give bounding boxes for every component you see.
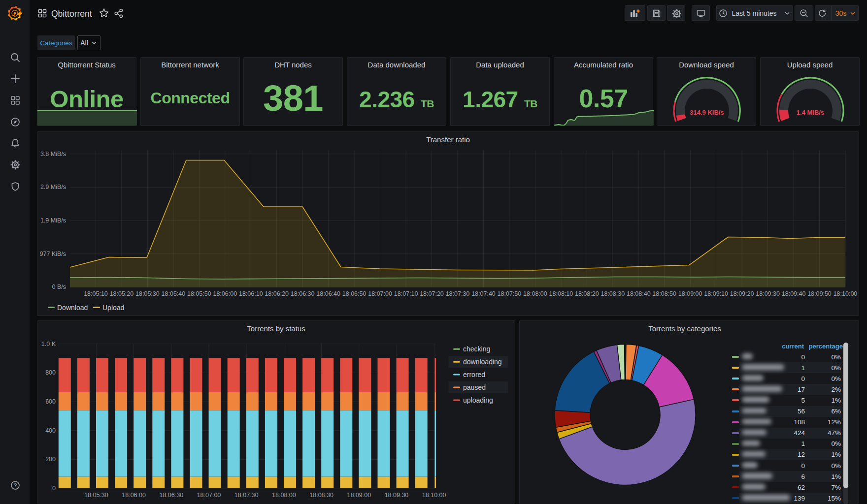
svg-text:2.9 MiB/s: 2.9 MiB/s — [40, 184, 66, 190]
svg-text:18:06:00: 18:06:00 — [122, 492, 146, 499]
svg-text:18:09:40: 18:09:40 — [782, 290, 806, 297]
svg-text:18:05:40: 18:05:40 — [162, 290, 186, 297]
svg-text:18:08:20: 18:08:20 — [575, 290, 599, 297]
svg-text:977 KiB/s: 977 KiB/s — [39, 251, 66, 257]
svg-text:18:07:30: 18:07:30 — [234, 492, 259, 499]
svg-text:18:07:00: 18:07:00 — [368, 290, 392, 297]
svg-text:18:09:10: 18:09:10 — [704, 290, 728, 297]
svg-text:1.4 MiB/s: 1.4 MiB/s — [797, 109, 824, 116]
svg-text:18:06:00: 18:06:00 — [213, 290, 237, 297]
svg-text:400: 400 — [45, 427, 56, 434]
svg-text:18:05:20: 18:05:20 — [110, 290, 134, 297]
svg-text:Upload: Upload — [102, 304, 124, 312]
svg-text:18:05:10: 18:05:10 — [84, 290, 108, 297]
svg-text:18:05:30: 18:05:30 — [84, 492, 108, 499]
svg-text:18:09:30: 18:09:30 — [756, 290, 780, 297]
svg-text:200: 200 — [45, 456, 56, 463]
svg-text:18:10:00: 18:10:00 — [834, 290, 858, 297]
svg-text:18:06:40: 18:06:40 — [316, 290, 340, 297]
svg-text:18:06:30: 18:06:30 — [291, 290, 315, 297]
svg-text:1.0 K: 1.0 K — [41, 341, 56, 347]
svg-text:800: 800 — [45, 369, 56, 376]
svg-text:Download: Download — [57, 304, 88, 312]
svg-text:18:05:50: 18:05:50 — [187, 290, 211, 297]
svg-text:18:08:40: 18:08:40 — [627, 290, 651, 297]
svg-text:18:09:20: 18:09:20 — [730, 290, 754, 297]
svg-text:checking: checking — [463, 345, 490, 353]
svg-text:uploading: uploading — [463, 396, 493, 404]
svg-text:18:07:30: 18:07:30 — [446, 290, 470, 297]
svg-text:?: ? — [14, 482, 17, 488]
svg-text:18:10:00: 18:10:00 — [422, 492, 446, 499]
svg-text:18:08:10: 18:08:10 — [549, 290, 573, 297]
svg-text:1.9 MiB/s: 1.9 MiB/s — [40, 217, 66, 224]
svg-text:paused: paused — [463, 383, 486, 391]
svg-text:18:09:00: 18:09:00 — [678, 290, 702, 297]
svg-text:18:06:30: 18:06:30 — [159, 492, 183, 499]
svg-text:0 B/s: 0 B/s — [52, 284, 67, 290]
svg-text:18:09:30: 18:09:30 — [385, 492, 409, 499]
svg-text:314.9 KiB/s: 314.9 KiB/s — [690, 109, 724, 116]
svg-text:18:06:50: 18:06:50 — [342, 290, 367, 297]
svg-text:18:07:50: 18:07:50 — [498, 290, 522, 297]
svg-text:18:06:10: 18:06:10 — [239, 290, 263, 297]
svg-text:18:07:40: 18:07:40 — [471, 290, 496, 297]
svg-text:18:08:50: 18:08:50 — [652, 290, 676, 297]
svg-text:18:06:20: 18:06:20 — [265, 290, 289, 297]
svg-text:0: 0 — [52, 485, 56, 492]
svg-text:errored: errored — [463, 371, 485, 378]
svg-text:3.8 MiB/s: 3.8 MiB/s — [40, 151, 66, 158]
svg-text:18:07:00: 18:07:00 — [197, 492, 221, 499]
svg-text:18:08:00: 18:08:00 — [523, 290, 547, 297]
svg-text:18:09:00: 18:09:00 — [347, 492, 371, 499]
svg-text:18:09:50: 18:09:50 — [807, 290, 832, 297]
svg-text:18:08:30: 18:08:30 — [309, 492, 333, 499]
svg-text:18:08:00: 18:08:00 — [272, 492, 296, 499]
svg-text:600: 600 — [45, 398, 56, 405]
svg-text:18:07:10: 18:07:10 — [394, 290, 418, 297]
svg-text:18:08:30: 18:08:30 — [600, 290, 625, 297]
svg-text:18:05:30: 18:05:30 — [135, 290, 160, 297]
svg-text:downloading: downloading — [463, 358, 502, 366]
svg-text:18:07:20: 18:07:20 — [420, 290, 444, 297]
